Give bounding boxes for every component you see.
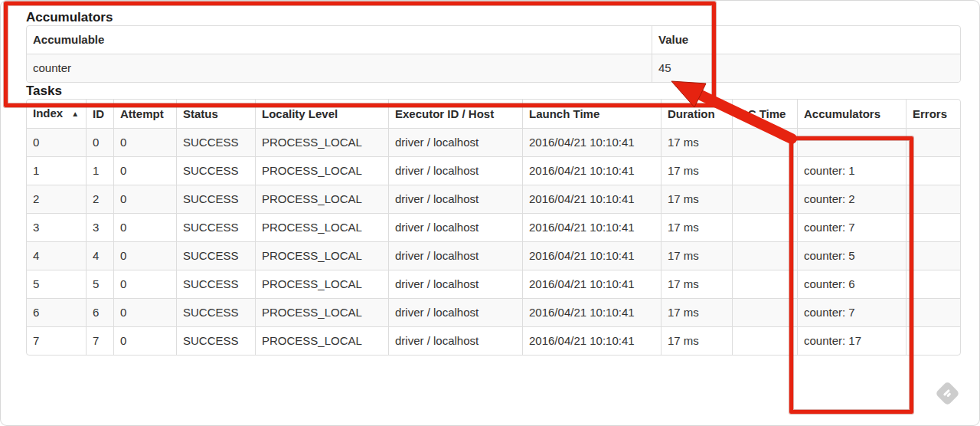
feedly-diamond-shape bbox=[935, 381, 960, 406]
task-status-cell: SUCCESS bbox=[176, 156, 255, 185]
task-id-cell: 0 bbox=[86, 128, 113, 156]
task-status-cell: SUCCESS bbox=[176, 128, 255, 156]
task-launch-time-cell: 2016/04/21 10:10:41 bbox=[522, 241, 661, 270]
task-duration-cell: 17 ms bbox=[661, 156, 732, 185]
task-launch-time-cell: 2016/04/21 10:10:41 bbox=[522, 128, 661, 156]
col-header-attempt[interactable]: Attempt bbox=[113, 100, 176, 128]
task-errors-cell bbox=[906, 270, 960, 298]
task-locality-level-cell: PROCESS_LOCAL bbox=[255, 298, 388, 326]
task-gc-time-cell bbox=[732, 326, 797, 355]
task-executor-id-host-cell: driver / localhost bbox=[388, 128, 522, 156]
task-locality-level-cell: PROCESS_LOCAL bbox=[255, 241, 388, 270]
task-accumulators-cell: counter: 2 bbox=[797, 185, 906, 213]
task-status-cell: SUCCESS bbox=[176, 270, 255, 298]
task-launch-time-cell: 2016/04/21 10:10:41 bbox=[522, 270, 661, 298]
task-launch-time-cell: 2016/04/21 10:10:41 bbox=[522, 185, 661, 213]
task-gc-time-cell bbox=[732, 156, 797, 185]
feedly-glyph bbox=[942, 388, 952, 398]
task-row: 770SUCCESSPROCESS_LOCALdriver / localhos… bbox=[27, 326, 960, 355]
task-executor-id-host-cell: driver / localhost bbox=[388, 270, 522, 298]
task-duration-cell: 17 ms bbox=[661, 241, 732, 270]
page-content: Accumulators AccumulableValue counter45 … bbox=[1, 1, 979, 356]
accumulable-value-cell: 45 bbox=[652, 54, 960, 82]
task-index-cell: 7 bbox=[27, 326, 86, 355]
task-attempt-cell: 0 bbox=[113, 128, 176, 156]
task-duration-cell: 17 ms bbox=[661, 213, 732, 241]
task-status-cell: SUCCESS bbox=[176, 326, 255, 355]
task-errors-cell bbox=[906, 298, 960, 326]
task-locality-level-cell: PROCESS_LOCAL bbox=[255, 156, 388, 185]
task-accumulators-cell: counter: 7 bbox=[797, 298, 906, 326]
task-index-cell: 1 bbox=[27, 156, 86, 185]
task-errors-cell bbox=[906, 326, 960, 355]
task-index-cell: 5 bbox=[27, 270, 86, 298]
task-executor-id-host-cell: driver / localhost bbox=[388, 213, 522, 241]
accumulators-table-header-row: AccumulableValue bbox=[27, 26, 960, 54]
task-attempt-cell: 0 bbox=[113, 185, 176, 213]
accumulator-row: counter45 bbox=[27, 54, 960, 82]
col-header-locality-level[interactable]: Locality Level bbox=[255, 100, 388, 128]
task-id-cell: 7 bbox=[86, 326, 113, 355]
task-attempt-cell: 0 bbox=[113, 270, 176, 298]
task-accumulators-cell: counter: 7 bbox=[797, 213, 906, 241]
task-locality-level-cell: PROCESS_LOCAL bbox=[255, 185, 388, 213]
task-attempt-cell: 0 bbox=[113, 241, 176, 270]
task-duration-cell: 17 ms bbox=[661, 270, 732, 298]
task-launch-time-cell: 2016/04/21 10:10:41 bbox=[522, 298, 661, 326]
task-locality-level-cell: PROCESS_LOCAL bbox=[255, 128, 388, 156]
task-executor-id-host-cell: driver / localhost bbox=[388, 241, 522, 270]
task-row: 330SUCCESSPROCESS_LOCALdriver / localhos… bbox=[27, 213, 960, 241]
task-executor-id-host-cell: driver / localhost bbox=[388, 156, 522, 185]
task-status-cell: SUCCESS bbox=[176, 213, 255, 241]
task-locality-level-cell: PROCESS_LOCAL bbox=[255, 270, 388, 298]
task-status-cell: SUCCESS bbox=[176, 185, 255, 213]
sort-ascending-icon: ▲ bbox=[71, 110, 79, 118]
task-locality-level-cell: PROCESS_LOCAL bbox=[255, 213, 388, 241]
tasks-table: Index▲IDAttemptStatusLocality LevelExecu… bbox=[26, 99, 961, 356]
task-id-cell: 1 bbox=[86, 156, 113, 185]
col-header-index[interactable]: Index▲ bbox=[27, 100, 86, 128]
task-gc-time-cell bbox=[732, 185, 797, 213]
col-header-duration[interactable]: Duration bbox=[661, 100, 732, 128]
task-executor-id-host-cell: driver / localhost bbox=[388, 298, 522, 326]
task-status-cell: SUCCESS bbox=[176, 241, 255, 270]
col-header-errors[interactable]: Errors bbox=[906, 100, 960, 128]
task-duration-cell: 17 ms bbox=[661, 128, 732, 156]
task-attempt-cell: 0 bbox=[113, 156, 176, 185]
task-gc-time-cell bbox=[732, 298, 797, 326]
task-accumulators-cell bbox=[797, 128, 906, 156]
col-header-executor-id-host[interactable]: Executor ID / Host bbox=[388, 100, 522, 128]
task-status-cell: SUCCESS bbox=[176, 298, 255, 326]
task-accumulators-cell: counter: 5 bbox=[797, 241, 906, 270]
col-header-gc-time[interactable]: GC Time bbox=[732, 100, 797, 128]
task-executor-id-host-cell: driver / localhost bbox=[388, 185, 522, 213]
task-id-cell: 4 bbox=[86, 241, 113, 270]
task-attempt-cell: 0 bbox=[113, 213, 176, 241]
task-row: 440SUCCESSPROCESS_LOCALdriver / localhos… bbox=[27, 241, 960, 270]
task-row: 110SUCCESSPROCESS_LOCALdriver / localhos… bbox=[27, 156, 960, 185]
task-id-cell: 2 bbox=[86, 185, 113, 213]
page: Accumulators AccumulableValue counter45 … bbox=[0, 0, 980, 426]
task-launch-time-cell: 2016/04/21 10:10:41 bbox=[522, 156, 661, 185]
feedly-watermark-icon bbox=[936, 382, 960, 406]
task-duration-cell: 17 ms bbox=[661, 326, 732, 355]
col-header-id[interactable]: ID bbox=[86, 100, 113, 128]
task-locality-level-cell: PROCESS_LOCAL bbox=[255, 326, 388, 355]
task-gc-time-cell bbox=[732, 270, 797, 298]
accumulators-table-body: counter45 bbox=[27, 54, 960, 82]
task-accumulators-cell: counter: 6 bbox=[797, 270, 906, 298]
col-header-launch-time[interactable]: Launch Time bbox=[522, 100, 661, 128]
task-index-cell: 6 bbox=[27, 298, 86, 326]
task-attempt-cell: 0 bbox=[113, 326, 176, 355]
accumulators-section-title: Accumulators bbox=[26, 9, 959, 25]
task-index-cell: 0 bbox=[27, 128, 86, 156]
tasks-section-title: Tasks bbox=[26, 83, 959, 99]
col-header-status[interactable]: Status bbox=[176, 100, 255, 128]
col-header-accumulators[interactable]: Accumulators bbox=[797, 100, 906, 128]
task-row: 000SUCCESSPROCESS_LOCALdriver / localhos… bbox=[27, 128, 960, 156]
task-errors-cell bbox=[906, 185, 960, 213]
task-launch-time-cell: 2016/04/21 10:10:41 bbox=[522, 213, 661, 241]
tasks-table-body: 000SUCCESSPROCESS_LOCALdriver / localhos… bbox=[27, 128, 960, 355]
task-index-cell: 2 bbox=[27, 185, 86, 213]
task-executor-id-host-cell: driver / localhost bbox=[388, 326, 522, 355]
